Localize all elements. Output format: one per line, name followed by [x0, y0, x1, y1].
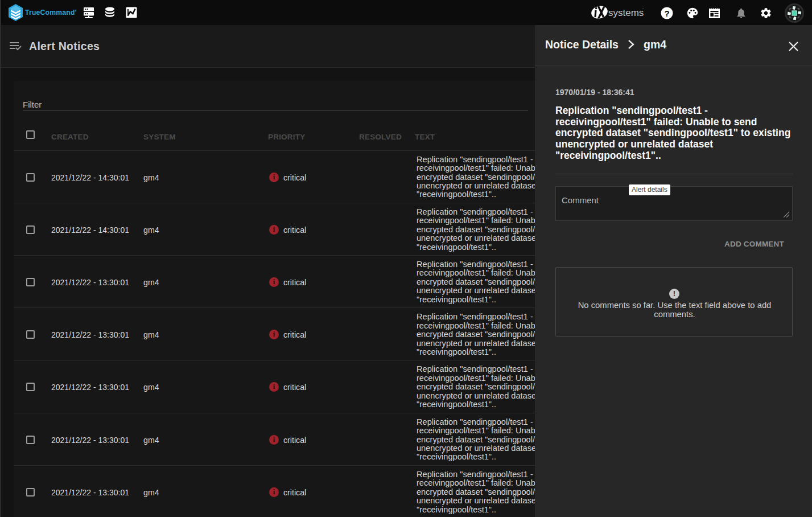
svg-text:´: ´: [642, 7, 644, 12]
svg-text:systems: systems: [608, 7, 644, 18]
svg-text:?: ?: [664, 9, 669, 18]
